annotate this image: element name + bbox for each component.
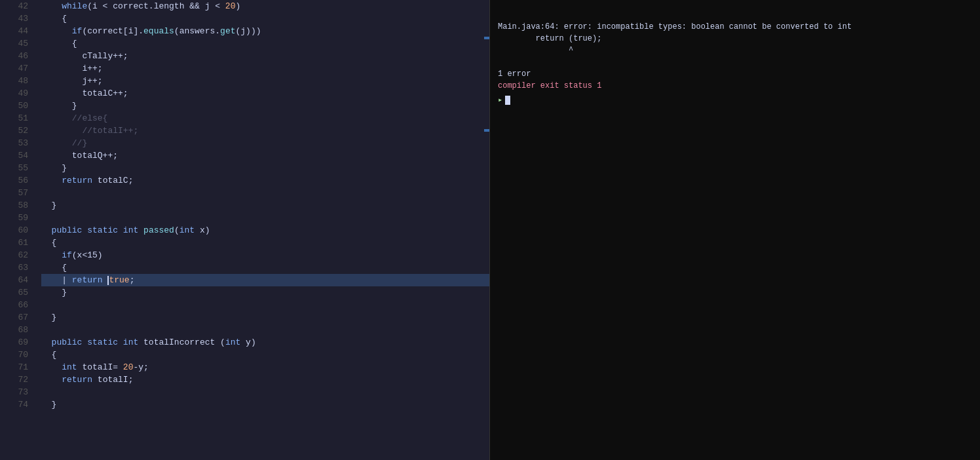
- code-line-74: }: [41, 398, 489, 411]
- line-number-60: 60: [0, 224, 28, 237]
- line-number-52: 52: [0, 125, 28, 137]
- code-area[interactable]: 4243444546474849505152535455565758596061…: [0, 0, 489, 460]
- scrollbar-marker-2: [484, 129, 489, 132]
- line-number-55: 55: [0, 162, 28, 174]
- line-number-73: 73: [0, 386, 28, 398]
- code-line-60: public static int passed(int x): [41, 224, 489, 237]
- line-number-67: 67: [0, 311, 28, 324]
- code-line-54: totalQ++;: [41, 149, 489, 162]
- code-line-67: }: [41, 311, 489, 324]
- code-content: while(i < correct.length && j < 20) { if…: [36, 0, 489, 460]
- code-line-45: {: [41, 37, 489, 50]
- line-number-69: 69: [0, 336, 28, 349]
- terminal-cursor: [505, 96, 510, 105]
- code-line-44: if(correct[i].equals(answers.get(j))): [41, 25, 489, 37]
- code-line-59: [41, 212, 489, 224]
- code-line-65: }: [41, 286, 489, 299]
- terminal-output-line: return (true);: [498, 33, 972, 45]
- line-number-53: 53: [0, 137, 28, 149]
- code-line-58: }: [41, 199, 489, 212]
- terminal-input-prompt: ▸: [498, 94, 502, 106]
- terminal-panel: Main.java:64: error: incompatible types:…: [490, 0, 980, 460]
- line-number-70: 70: [0, 349, 28, 361]
- code-line-66: [41, 299, 489, 311]
- code-line-62: if(x<15): [41, 249, 489, 261]
- code-line-46: cTally++;: [41, 50, 489, 62]
- line-number-71: 71: [0, 361, 28, 374]
- code-line-56: return totalC;: [41, 174, 489, 187]
- code-line-49: totalC++;: [41, 87, 489, 100]
- line-number-61: 61: [0, 237, 28, 249]
- scrollbar-marker-1: [484, 37, 489, 39]
- line-number-47: 47: [0, 62, 28, 75]
- line-number-49: 49: [0, 87, 28, 100]
- line-number-66: 66: [0, 299, 28, 311]
- code-line-52: //totalI++;: [41, 125, 489, 137]
- code-line-43: {: [41, 12, 489, 25]
- code-line-71: int totalI= 20-y;: [41, 361, 489, 374]
- line-number-54: 54: [0, 149, 28, 162]
- line-number-48: 48: [0, 75, 28, 87]
- code-line-61: {: [41, 237, 489, 249]
- code-line-55: }: [41, 162, 489, 174]
- terminal-output-line: 1 error: [498, 68, 972, 80]
- line-number-74: 74: [0, 398, 28, 411]
- line-number-43: 43: [0, 12, 28, 25]
- scrollbar-track[interactable]: [484, 0, 489, 460]
- code-line-68: [41, 324, 489, 336]
- terminal-output-line: ^: [498, 45, 972, 56]
- code-line-47: i++;: [41, 62, 489, 75]
- terminal-body: Main.java:64: error: incompatible types:…: [490, 18, 980, 109]
- line-number-65: 65: [0, 286, 28, 299]
- line-number-72: 72: [0, 374, 28, 386]
- line-number-45: 45: [0, 37, 28, 50]
- line-number-44: 44: [0, 25, 28, 37]
- line-number-58: 58: [0, 199, 28, 212]
- line-number-62: 62: [0, 249, 28, 261]
- terminal-output-line: [498, 56, 972, 68]
- code-line-70: {: [41, 349, 489, 361]
- line-number-46: 46: [0, 50, 28, 62]
- editor-panel: 4243444546474849505152535455565758596061…: [0, 0, 490, 460]
- line-number-64: 64: [0, 274, 28, 286]
- terminal-output-line: Main.java:64: error: incompatible types:…: [498, 21, 972, 33]
- code-line-57: [41, 187, 489, 199]
- code-line-42: while(i < correct.length && j < 20): [41, 0, 489, 12]
- code-line-53: //}: [41, 137, 489, 149]
- line-number-57: 57: [0, 187, 28, 199]
- terminal-output-line: compiler exit status 1: [498, 80, 972, 92]
- line-number-51: 51: [0, 112, 28, 125]
- code-line-64: | return true;: [41, 274, 489, 286]
- line-number-56: 56: [0, 174, 28, 187]
- code-line-48: j++;: [41, 75, 489, 87]
- code-line-69: public static int totalIncorrect (int y): [41, 336, 489, 349]
- line-number-50: 50: [0, 100, 28, 112]
- code-line-63: {: [41, 261, 489, 274]
- line-number-59: 59: [0, 212, 28, 224]
- line-numbers: 4243444546474849505152535455565758596061…: [0, 0, 36, 460]
- code-line-51: //else{: [41, 112, 489, 125]
- code-line-72: return totalI;: [41, 374, 489, 386]
- line-number-63: 63: [0, 261, 28, 274]
- code-line-73: [41, 386, 489, 398]
- terminal-header: [490, 0, 980, 18]
- code-line-50: }: [41, 100, 489, 112]
- line-number-68: 68: [0, 324, 28, 336]
- terminal-input-line: ▸: [498, 94, 972, 106]
- line-number-42: 42: [0, 0, 28, 12]
